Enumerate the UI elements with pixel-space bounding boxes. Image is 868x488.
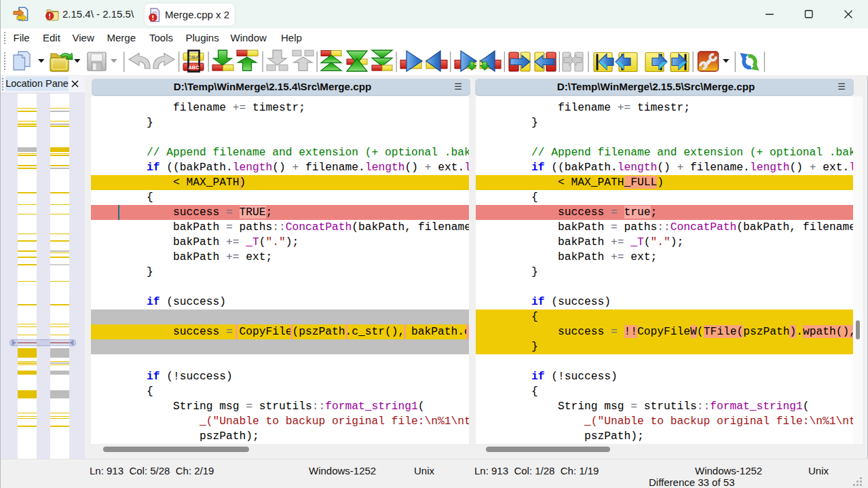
svg-text:CBA: CBA bbox=[188, 54, 200, 60]
svg-text:ABC: ABC bbox=[188, 64, 200, 71]
